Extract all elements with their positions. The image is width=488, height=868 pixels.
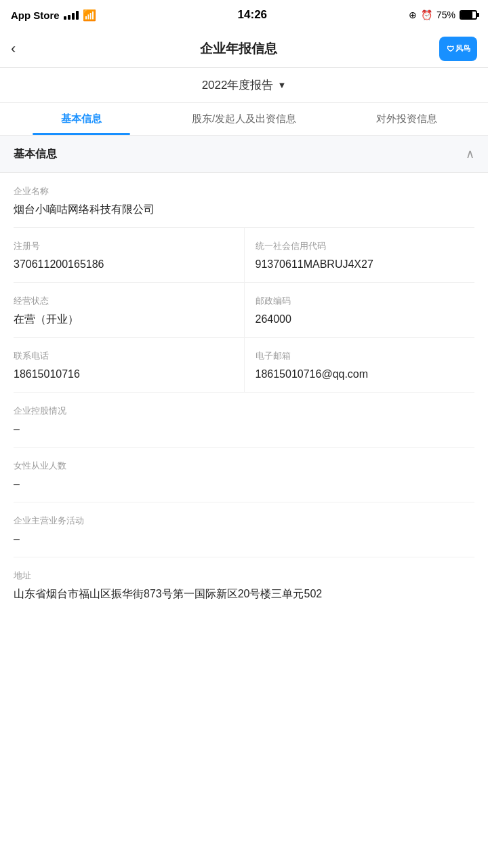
registration-no-value: 370611200165186 — [14, 256, 233, 273]
tab-bar: 基本信息 股东/发起人及出资信息 对外投资信息 — [0, 103, 488, 136]
phone-email-row: 联系电话 18615010716 电子邮箱 18615010716@qq.com — [14, 338, 474, 393]
alarm-icon: ⏰ — [421, 9, 432, 20]
postal-code-value: 264000 — [256, 311, 475, 328]
email-value: 18615010716@qq.com — [256, 366, 475, 382]
registration-no-field: 注册号 370611200165186 — [14, 228, 245, 282]
main-business-field: 企业主营业务活动 – — [14, 502, 474, 557]
postal-code-field: 邮政编码 264000 — [245, 283, 475, 337]
time-display: 14:26 — [238, 8, 267, 22]
address-value: 山东省烟台市福山区振华街873号第一国际新区20号楼三单元502 — [14, 586, 474, 602]
section-title: 基本信息 — [14, 147, 57, 161]
operating-status-value: 在营（开业） — [14, 311, 233, 328]
phone-field: 联系电话 18615010716 — [14, 338, 245, 392]
basic-info-section-header[interactable]: 基本信息 ∧ — [0, 136, 488, 173]
unified-code-label: 统一社会信用代码 — [256, 240, 475, 252]
carrier-label: App Store — [11, 9, 60, 21]
address-label: 地址 — [14, 570, 474, 582]
holding-status-field: 企业控股情况 – — [14, 393, 474, 448]
registration-no-label: 注册号 — [14, 240, 233, 252]
page-title: 企业年报信息 — [200, 40, 277, 58]
status-bar-left: App Store 📶 — [11, 9, 96, 22]
operating-status-field: 经营状态 在营（开业） — [14, 283, 245, 337]
postal-code-label: 邮政编码 — [256, 295, 475, 307]
female-employees-value: – — [14, 476, 474, 492]
operating-status-label: 经营状态 — [14, 295, 233, 307]
holding-status-label: 企业控股情况 — [14, 405, 474, 417]
location-icon: ⊕ — [409, 9, 417, 20]
reg-code-row: 注册号 370611200165186 统一社会信用代码 91370611MAB… — [14, 228, 474, 283]
battery-label: 75% — [436, 9, 455, 20]
company-name-field: 企业名称 烟台小嘀咕网络科技有限公司 — [14, 173, 474, 228]
female-employees-field: 女性从业人数 – — [14, 448, 474, 502]
year-text: 2022年度报告 — [202, 77, 274, 93]
address-field: 地址 山东省烟台市福山区振华街873号第一国际新区20号楼三单元502 — [14, 557, 474, 612]
content-area: 企业名称 烟台小嘀咕网络科技有限公司 注册号 370611200165186 统… — [0, 173, 488, 612]
company-name-value: 烟台小嘀咕网络科技有限公司 — [14, 201, 474, 218]
nav-bar: ‹ 企业年报信息 🛡 风鸟 — [0, 30, 488, 68]
email-field: 电子邮箱 18615010716@qq.com — [245, 338, 475, 392]
phone-value: 18615010716 — [14, 366, 233, 382]
unified-code-value: 91370611MABRUJ4X27 — [256, 256, 475, 273]
phone-label: 联系电话 — [14, 350, 233, 362]
signal-icon — [64, 10, 79, 20]
female-employees-label: 女性从业人数 — [14, 460, 474, 472]
fengbird-logo[interactable]: 🛡 风鸟 — [439, 37, 477, 61]
status-bar: App Store 📶 14:26 ⊕ ⏰ 75% — [0, 0, 488, 30]
battery-icon — [460, 10, 477, 20]
year-selector[interactable]: 2022年度报告 ▼ — [0, 68, 488, 103]
unified-code-field: 统一社会信用代码 91370611MABRUJ4X27 — [245, 228, 475, 282]
status-bar-right: ⊕ ⏰ 75% — [409, 9, 477, 20]
logo-shield-icon: 🛡 — [447, 45, 454, 53]
holding-status-value: – — [14, 421, 474, 437]
collapse-icon: ∧ — [466, 146, 474, 161]
status-postal-row: 经营状态 在营（开业） 邮政编码 264000 — [14, 283, 474, 338]
main-business-label: 企业主营业务活动 — [14, 515, 474, 527]
email-label: 电子邮箱 — [256, 350, 475, 362]
company-name-label: 企业名称 — [14, 185, 474, 197]
dropdown-arrow-icon: ▼ — [277, 80, 286, 90]
wifi-icon: 📶 — [83, 9, 96, 22]
main-business-value: – — [14, 531, 474, 547]
back-button[interactable]: ‹ — [11, 40, 38, 58]
tab-shareholders[interactable]: 股东/发起人及出资信息 — [163, 103, 325, 135]
tab-basic-info[interactable]: 基本信息 — [0, 103, 163, 135]
tab-investment[interactable]: 对外投资信息 — [325, 103, 488, 135]
